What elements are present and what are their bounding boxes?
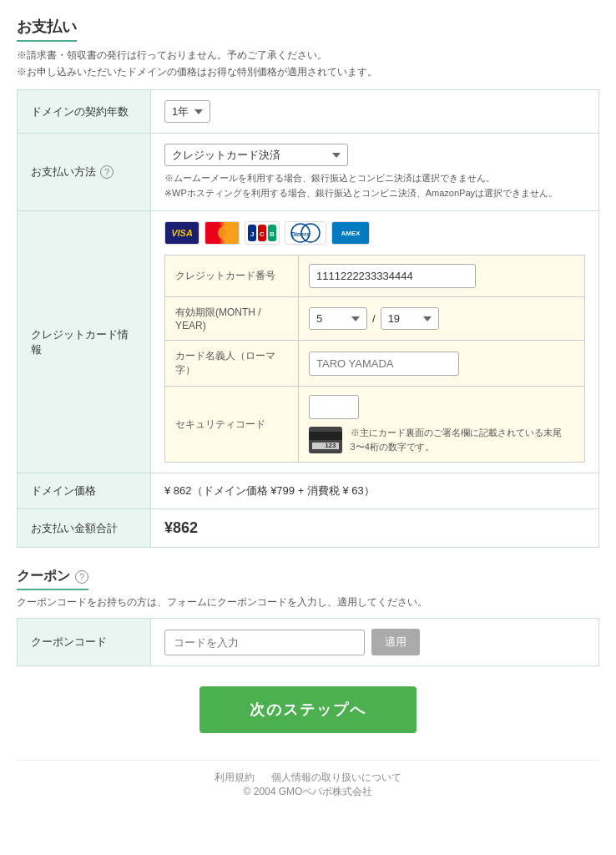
total-value: ¥862: [151, 509, 599, 548]
svg-text:J: J: [250, 230, 254, 238]
coupon-title: クーポン: [17, 568, 70, 585]
coupon-code-input[interactable]: [164, 630, 365, 655]
coupon-section: クーポン ? クーポンコードをお持ちの方は、フォームにクーポンコードを入力し、適…: [17, 568, 599, 666]
security-code-value: 123 ※主にカード裏面のご署名欄に記載されている末尾3〜4桁の数字です。: [299, 387, 585, 463]
domain-years-row: ドメインの契約年数 1年 2年 3年: [18, 90, 599, 134]
amex-logo: AMEX: [331, 221, 370, 245]
footer-link-terms[interactable]: 利用規約: [215, 772, 255, 783]
card-stripe: [309, 432, 342, 440]
payment-method-select[interactable]: クレジットカード決済 銀行振込 コンビニ決済 AmazonPay: [164, 144, 348, 166]
card-inner-table: クレジットカード番号 有効期限(MONTH / YEAR) 1234: [164, 255, 585, 463]
security-code-input[interactable]: [309, 395, 359, 419]
card-number-value: [299, 255, 585, 297]
cardholder-row: カード名義人（ローマ字）: [165, 341, 585, 387]
expiry-value: 1234 5678 9101112 / 19202122 23242526: [299, 297, 585, 341]
page-footer: 利用規約 個人情報の取り扱いについて © 2004 GMOペパボ株式会社: [17, 760, 599, 799]
card-number-row: クレジットカード番号: [165, 255, 585, 297]
domain-price-label: ドメイン価格: [18, 473, 151, 509]
note-1: ※請求書・領収書の発行は行っておりません。予めご了承ください。: [17, 48, 599, 63]
expiry-separator: /: [372, 312, 376, 325]
domain-years-label: ドメインの契約年数: [18, 90, 151, 134]
coupon-input-wrap: 適用: [164, 629, 585, 655]
total-row: お支払い金額合計 ¥862: [18, 509, 599, 548]
cardholder-input[interactable]: [309, 352, 459, 376]
card-back-image: 123: [309, 427, 342, 453]
visa-logo: VISA: [164, 221, 199, 245]
expiry-row: 有効期限(MONTH / YEAR) 1234 5678 9101112 /: [165, 297, 585, 341]
mastercard-logo: [204, 221, 240, 245]
credit-card-value: VISA J C B: [151, 211, 599, 473]
footer-link-privacy[interactable]: 個人情報の取り扱いについて: [271, 772, 401, 783]
page-wrapper: お支払い ※請求書・領収書の発行は行っておりません。予めご了承ください。 ※お申…: [0, 0, 616, 855]
cardholder-label: カード名義人（ローマ字）: [165, 341, 299, 387]
section-title: お支払い: [17, 17, 599, 48]
jcb-logo: J C B: [245, 221, 280, 245]
credit-card-row: クレジットカード情報 VISA: [18, 211, 599, 473]
security-illustration: 123 ※主にカード裏面のご署名欄に記載されている末尾3〜4桁の数字です。: [309, 426, 574, 453]
card-number-input[interactable]: [309, 264, 476, 288]
domain-years-value: 1年 2年 3年: [151, 90, 599, 134]
coupon-note: クーポンコードをお持ちの方は、フォームにクーポンコードを入力し、適用してください…: [17, 595, 599, 610]
footer-copyright: © 2004 GMOペパボ株式会社: [17, 785, 599, 799]
expiry-month-select[interactable]: 1234 5678 9101112: [309, 307, 367, 330]
svg-point-1: [218, 225, 233, 240]
coupon-table: クーポンコード 適用: [17, 618, 599, 666]
card-number-label: クレジットカード番号: [165, 255, 299, 297]
security-code-row: セキュリティコード 123 ※主にカード裏面のご署名欄に記載: [165, 387, 585, 463]
diners-logo: Diners: [285, 221, 326, 245]
coupon-row: クーポンコード 適用: [18, 619, 599, 666]
svg-text:Diners: Diners: [291, 231, 310, 237]
svg-text:C: C: [260, 230, 265, 238]
note-2: ※お申し込みいただいたドメインの価格はお得な特別価格が適用されています。: [17, 65, 599, 79]
payment-method-help[interactable]: ?: [100, 165, 114, 179]
coupon-help[interactable]: ?: [75, 570, 88, 584]
card-logos: VISA J C B: [164, 221, 585, 245]
svg-text:B: B: [270, 230, 275, 238]
domain-years-select[interactable]: 1年 2年 3年: [164, 100, 210, 123]
coupon-input-cell: 適用: [151, 619, 599, 666]
cardholder-value: [299, 341, 585, 387]
payment-notes: ※ムームーメールを利用する場合、銀行振込とコンビニ決済は選択できません。 ※WP…: [164, 171, 585, 200]
apply-coupon-button[interactable]: 適用: [371, 629, 420, 655]
payment-method-label: お支払い方法 ?: [18, 134, 151, 211]
domain-price-row: ドメイン価格 ¥ 862（ドメイン価格 ¥799 + 消費税 ¥ 63）: [18, 473, 599, 509]
card-signature: 123: [312, 443, 339, 449]
payment-method-value: クレジットカード決済 銀行振込 コンビニ決済 AmazonPay ※ムームーメー…: [151, 134, 599, 211]
expiry-label: 有効期限(MONTH / YEAR): [165, 297, 299, 341]
next-step-button[interactable]: 次のステップへ: [199, 686, 417, 733]
payment-method-row: お支払い方法 ? クレジットカード決済 銀行振込 コンビニ決済 AmazonPa…: [18, 134, 599, 211]
coupon-label: クーポンコード: [18, 619, 151, 666]
security-code-label: セキュリティコード: [165, 387, 299, 463]
payment-table: ドメインの契約年数 1年 2年 3年 お支払い方法 ? クレジットカード決済: [17, 89, 599, 548]
domain-price-value: ¥ 862（ドメイン価格 ¥799 + 消費税 ¥ 63）: [151, 473, 599, 509]
expiry-year-select[interactable]: 19202122 23242526: [381, 307, 439, 330]
total-label: お支払い金額合計: [18, 509, 151, 548]
credit-card-label: クレジットカード情報: [18, 211, 151, 473]
security-note: ※主にカード裏面のご署名欄に記載されている末尾3〜4桁の数字です。: [351, 426, 574, 453]
